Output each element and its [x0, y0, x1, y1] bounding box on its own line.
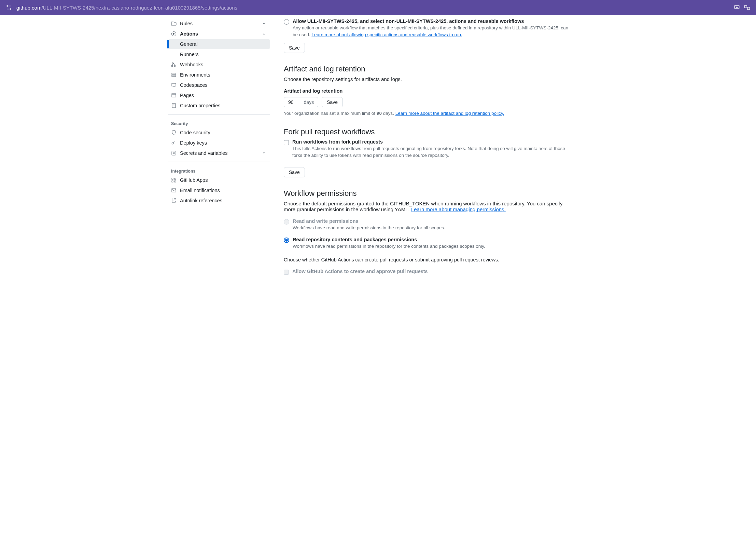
- learn-more-retention-link[interactable]: Learn more about the artifact and log re…: [395, 111, 504, 116]
- learn-more-actions-link[interactable]: Learn more about allowing specific actio…: [312, 32, 462, 37]
- save-actions-permissions-button[interactable]: Save: [284, 43, 305, 53]
- radio-icon: [284, 219, 289, 225]
- svg-rect-24: [174, 178, 176, 179]
- radio-read-only-perm[interactable]: Read repository contents and packages pe…: [284, 237, 575, 250]
- retention-desc: Choose the repository settings for artif…: [284, 76, 575, 82]
- chevron-up-icon: [262, 31, 267, 36]
- save-retention-button[interactable]: Save: [322, 97, 343, 107]
- retention-heading: Artifact and log retention: [284, 65, 575, 73]
- svg-rect-16: [172, 94, 176, 97]
- site-settings-icon[interactable]: [5, 4, 12, 11]
- checkbox-icon: [284, 140, 289, 145]
- sidebar-item-custom-properties[interactable]: Custom properties: [168, 100, 270, 111]
- translate-icon[interactable]: [744, 4, 751, 11]
- chevron-down-icon: [262, 151, 267, 155]
- chevron-down-icon: [262, 21, 267, 26]
- sidebar-item-secrets[interactable]: Secrets and variables: [168, 148, 270, 158]
- sidebar-item-codespaces[interactable]: Codespaces: [168, 80, 270, 90]
- svg-point-11: [171, 65, 173, 67]
- svg-rect-13: [172, 75, 176, 77]
- mail-icon: [171, 188, 177, 193]
- svg-rect-26: [174, 181, 176, 182]
- codespaces-icon: [171, 82, 177, 88]
- svg-point-1: [10, 9, 11, 10]
- settings-sidebar: Rules Actions General Runners Webhooks E…: [159, 18, 276, 288]
- workflow-perm-heading: Workflow permissions: [284, 189, 575, 198]
- key-icon: [171, 140, 177, 146]
- divider: [168, 114, 270, 114]
- url-text[interactable]: github.com/ULL-MII-SYTWS-2425/nextra-cas…: [16, 5, 729, 11]
- radio-icon: [284, 19, 289, 25]
- svg-rect-12: [172, 73, 176, 74]
- sidebar-heading-security: Security: [168, 118, 270, 127]
- sidebar-item-webhooks[interactable]: Webhooks: [168, 59, 270, 70]
- sidebar-item-runners[interactable]: Runners: [168, 49, 270, 59]
- workflow-perm-desc: Choose the default permissions granted t…: [284, 201, 575, 212]
- checkbox-allow-create-approve-pr: Allow GitHub Actions to create and appro…: [284, 269, 575, 275]
- radio-read-write-perm: Read and write permissions Workflows hav…: [284, 218, 575, 231]
- svg-rect-23: [172, 178, 173, 179]
- asterisk-icon: [171, 150, 177, 156]
- rules-icon: [171, 21, 177, 26]
- sidebar-item-github-apps[interactable]: GitHub Apps: [168, 175, 270, 185]
- svg-rect-6: [745, 5, 747, 8]
- save-fork-pr-button[interactable]: Save: [284, 167, 305, 177]
- svg-rect-7: [747, 7, 750, 10]
- sidebar-item-deploy-keys[interactable]: Deploy keys: [168, 138, 270, 148]
- checkbox-icon: [284, 270, 289, 275]
- sidebar-item-rules[interactable]: Rules: [168, 18, 270, 29]
- svg-point-9: [172, 63, 173, 64]
- sidebar-heading-integrations: Integrations: [168, 165, 270, 175]
- svg-rect-18: [172, 104, 176, 108]
- retention-note: Your organization has set a maximum limi…: [284, 111, 575, 116]
- sidebar-item-autolink[interactable]: Autolink references: [168, 195, 270, 206]
- svg-rect-14: [172, 83, 176, 86]
- svg-point-0: [7, 5, 8, 6]
- svg-point-21: [172, 142, 174, 144]
- checkbox-run-fork-workflows[interactable]: Run workflows from fork pull requests Th…: [284, 139, 575, 159]
- sidebar-item-general[interactable]: General: [168, 39, 270, 49]
- retention-label: Artifact and log retention: [284, 88, 575, 94]
- play-icon: [171, 31, 177, 37]
- learn-more-permissions-link[interactable]: Learn more about managing permissions.: [411, 206, 506, 212]
- url-bar: github.com/ULL-MII-SYTWS-2425/nextra-cas…: [0, 0, 756, 15]
- fork-pr-heading: Fork pull request workflows: [284, 127, 575, 136]
- note-icon: [171, 103, 177, 108]
- sidebar-item-pages[interactable]: Pages: [168, 90, 270, 100]
- svg-point-10: [174, 65, 176, 67]
- install-icon[interactable]: [733, 4, 740, 11]
- shield-icon: [171, 130, 177, 135]
- radio-icon: [284, 238, 289, 243]
- external-link-icon: [171, 198, 177, 203]
- svg-rect-25: [172, 181, 173, 182]
- main-content: Allow ULL-MII-SYTWS-2425, and select non…: [276, 18, 583, 288]
- webhooks-icon: [171, 62, 177, 67]
- radio-allow-select-actions[interactable]: Allow ULL-MII-SYTWS-2425, and select non…: [284, 18, 575, 39]
- sidebar-item-environments[interactable]: Environments: [168, 70, 270, 80]
- apps-icon: [171, 177, 177, 183]
- divider: [168, 162, 270, 162]
- browser-icon: [171, 93, 177, 98]
- sidebar-item-code-security[interactable]: Code security: [168, 127, 270, 138]
- svg-rect-27: [172, 189, 176, 192]
- retention-input[interactable]: 90 days: [284, 97, 318, 107]
- sidebar-item-actions[interactable]: Actions: [168, 29, 270, 39]
- sidebar-item-email-notifications[interactable]: Email notifications: [168, 185, 270, 195]
- server-icon: [171, 72, 177, 78]
- approve-desc: Choose whether GitHub Actions can create…: [284, 257, 575, 262]
